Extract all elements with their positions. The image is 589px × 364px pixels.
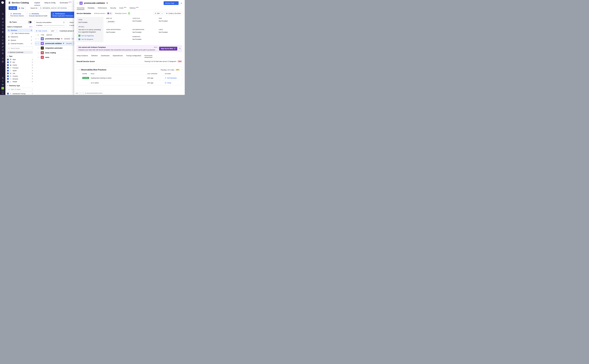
close-icon[interactable]: ×	[181, 2, 182, 4]
partof-chip[interactable]: promotion	[106, 20, 116, 23]
component-external-providers[interactable]: External Providers 0	[7, 42, 33, 45]
tab-ownership[interactable]: Ownership	[77, 6, 85, 10]
facet-mobile[interactable]: ✓ ▯ Mobile0	[7, 80, 33, 83]
component-services[interactable]: Services 5	[7, 29, 33, 32]
watchdog-icon[interactable]	[1, 24, 4, 27]
service-overview-header[interactable]: ▾ SERVICE OVERVIEW	[7, 51, 33, 54]
sign-up-for-beta-button[interactable]: Sign Up for Beta	[159, 47, 177, 50]
databases-icon[interactable]	[1, 42, 4, 45]
tab-performance[interactable]: Performance	[98, 6, 107, 10]
tab-tracing-configuration[interactable]: Tracing Configuration	[126, 53, 141, 58]
create-jira-ticket-button[interactable]: Create a Jira ticket	[165, 12, 182, 15]
star-icon[interactable]: ☆	[38, 34, 41, 36]
component-queues[interactable]: Queues 0	[7, 39, 33, 42]
security-icon[interactable]	[1, 48, 4, 52]
sort-icon[interactable]: ↓	[35, 34, 38, 36]
ci-pipelines-icon[interactable]	[1, 27, 4, 30]
facet-cache[interactable]: ✓ ▦ Cache0	[7, 64, 33, 66]
tab-setup-guidance[interactable]: Setup Guidance	[77, 53, 88, 58]
chevron-down-icon[interactable]: ▾	[176, 1, 179, 5]
tab-dependencies[interactable]: Dependencies	[113, 53, 123, 58]
tab-scorecards[interactable]: ScorecardsBETA	[60, 0, 72, 5]
event-stream-icon[interactable]	[1, 39, 4, 42]
ownership-card[interactable]: Ownership Find Service Owners	[9, 12, 26, 18]
star-icon[interactable]: ☆	[77, 2, 78, 4]
star-icon[interactable]: ☆	[38, 47, 41, 49]
checkbox[interactable]: ✓	[7, 81, 9, 83]
facet-function[interactable]: ✓ ƒx Function0	[7, 66, 33, 69]
hide-controls-button[interactable]: Hide Controls	[35, 29, 48, 32]
tab-explore[interactable]: Explore	[34, 0, 40, 5]
setup-link[interactable]: Setup	[165, 82, 180, 84]
telemetry-filter-input[interactable]	[11, 89, 32, 90]
my-teams-toggle-row[interactable]: › My Teams	[7, 20, 33, 24]
tab-security[interactable]: Security	[110, 6, 116, 10]
star-icon[interactable]: ☆	[38, 42, 41, 45]
help-button[interactable]: ? Help	[2, 91, 4, 94]
checkbox[interactable]: ✓	[7, 93, 9, 94]
star-icon[interactable]: ☆	[38, 52, 41, 54]
env-tag[interactable]: env:prod	[64, 38, 70, 40]
facet-web[interactable]: ✓ Web2	[7, 58, 33, 61]
security-vulnerabilities-card[interactable]: Security Vulnerabilities 0 services	[35, 20, 66, 27]
people-icon[interactable]	[1, 35, 4, 39]
labs-icon[interactable]	[1, 76, 4, 80]
expand-icon[interactable]: ▸	[35, 43, 38, 44]
extra-envs-tag[interactable]: +2	[71, 38, 74, 40]
bits-mascot-icon[interactable]	[1, 87, 4, 90]
facet-distributed-tracing[interactable]: ✓ Distributed Tracing2	[7, 92, 33, 95]
tab-scorecards[interactable]: Scorecards	[145, 53, 152, 58]
checkbox[interactable]: ✓	[7, 67, 9, 69]
integrations-icon[interactable]	[1, 45, 4, 48]
telemetry-facet-header[interactable]: ▾ Telemetry Type	[7, 85, 33, 86]
release-icon[interactable]	[1, 80, 4, 83]
metrics-icon[interactable]	[1, 20, 4, 24]
star-icon[interactable]: ☆	[38, 56, 41, 58]
history-icon[interactable]	[1, 17, 4, 20]
tab-definition[interactable]: Definition	[91, 53, 98, 58]
facet-browser[interactable]: ✓ ▢ Browser0	[7, 78, 33, 80]
search-facets-input[interactable]	[11, 48, 32, 49]
type-facet-header[interactable]: ▾ Type	[7, 55, 33, 57]
star-icon[interactable]: ☆	[38, 38, 41, 40]
checkbox[interactable]: ✓	[7, 70, 9, 72]
hide-inferred-toggle[interactable]	[11, 32, 14, 34]
keyboard-icon[interactable]	[1, 83, 4, 86]
edit-metadata-button[interactable]: Edit	[153, 12, 161, 15]
expand-icon[interactable]: ▸	[35, 38, 38, 39]
tab-delivery[interactable]: DeliveryNEW	[130, 6, 139, 10]
search-icon[interactable]	[1, 12, 4, 15]
checkbox[interactable]: ✓	[7, 59, 9, 60]
close-icon[interactable]: ×	[179, 47, 180, 50]
checkbox[interactable]: ✓	[7, 75, 9, 77]
facet-custom[interactable]: ✓ ⚙ Custom3	[7, 75, 33, 78]
checkbox[interactable]: ✓	[7, 78, 9, 80]
facet-job[interactable]: ✓ ▤ Job0	[7, 72, 33, 75]
facet-spark[interactable]: ✓ * Spark0	[7, 69, 33, 72]
tab-reliability[interactable]: Reliability	[88, 6, 95, 10]
facet-db[interactable]: ✓ DB0	[7, 61, 33, 64]
checkbox[interactable]: ✓	[7, 72, 9, 74]
datadog-logo[interactable]	[1, 1, 5, 5]
synthetics-icon[interactable]	[1, 52, 4, 55]
map-view-button[interactable]: Map	[17, 6, 26, 10]
list-view-button[interactable]: List	[9, 6, 17, 10]
setup-pagerduty-link[interactable]: P Set Up PagerDuty	[79, 35, 102, 37]
service-catalog-icon[interactable]	[1, 30, 4, 33]
setup-opsgenie-link[interactable]: Set Up Opsgenie	[79, 38, 102, 40]
service-page-button[interactable]: Service Page ▾	[164, 1, 179, 5]
checkbox[interactable]: ✓	[7, 64, 9, 66]
error-tracking-icon[interactable]	[1, 57, 4, 60]
notebooks-icon[interactable]	[1, 60, 4, 63]
env-filter-select[interactable]: env:* ▾	[50, 29, 58, 32]
env-tag[interactable]: env:prod	[66, 43, 72, 44]
tab-costs[interactable]: CostsNEW	[119, 6, 126, 10]
reliability-card[interactable]: Reliability Evaluate Operational Health	[27, 12, 50, 18]
tab-setup-config[interactable]: Setup & Config	[44, 0, 55, 5]
performance-card[interactable]: Performance Monitor Application Performa…	[51, 12, 76, 18]
checkbox[interactable]: ✓	[7, 61, 9, 63]
component-datastores[interactable]: Datastores 0	[7, 35, 33, 39]
my-teams-toggle[interactable]	[28, 21, 32, 23]
edit-metadata-link[interactable]: Edit Metadata	[165, 77, 180, 79]
tab-dashboards[interactable]: Dashboards	[101, 53, 110, 58]
